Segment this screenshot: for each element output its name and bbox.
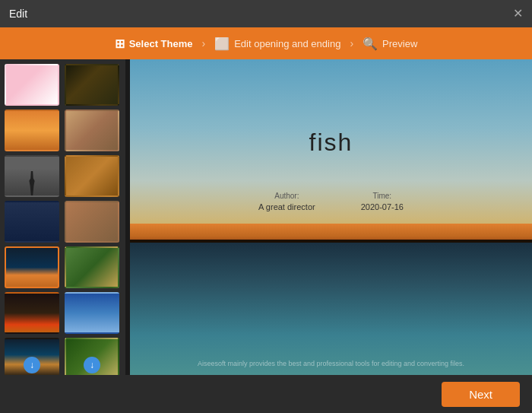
download-overlay-13: ↓ [6,339,58,375]
close-button[interactable]: ✕ [513,8,523,20]
thumbnail-item-10[interactable] [65,246,119,288]
preview-slide: fish Author: A great director Time: 2020… [130,59,532,375]
step-nav-bar: ⊞ Select Theme › ⬜ Edit opening and endi… [0,27,532,59]
thumbnail-item-5[interactable] [5,155,59,197]
thumbnail-item-12[interactable] [65,292,119,334]
step-select-theme-label: Select Theme [129,38,193,49]
step-arrow-1: › [202,37,206,49]
thumbnail-item-1[interactable] [5,64,59,106]
download-icon-14: ↓ [84,357,100,373]
step-preview[interactable]: 🔍 Preview [363,37,417,51]
preview-icon: 🔍 [363,37,378,51]
slide-footer: Aiseesoft mainly provides the best and p… [130,360,532,367]
time-label: Time: [361,192,404,200]
thumbnail-item-14[interactable]: ↓ [65,338,119,375]
title-bar: Edit ✕ [0,0,532,27]
time-block: Time: 2020-07-16 [361,192,404,211]
slide-title: fish [309,129,353,157]
bottom-bar: Next [0,375,532,413]
thumbnail-sidebar: ↓↓ [0,59,125,375]
thumbnail-item-4[interactable] [65,110,119,151]
preview-area: fish Author: A great director Time: 2020… [130,59,532,375]
author-label: Author: [258,192,315,200]
slide-water-bg [130,243,532,375]
step-edit-opening-label: Edit opening and ending [234,38,340,49]
step-edit-opening[interactable]: ⬜ Edit opening and ending [214,37,340,51]
author-block: Author: A great director [258,192,315,211]
thumbnail-item-11[interactable] [5,292,59,334]
download-icon-13: ↓ [24,357,40,373]
step-select-theme[interactable]: ⊞ Select Theme [115,37,193,51]
step-arrow-2: › [350,37,353,49]
time-value: 2020-07-16 [361,202,404,211]
thumbnail-item-2[interactable] [65,64,119,106]
window-title: Edit [9,8,27,20]
thumbnail-item-6[interactable] [65,155,119,197]
author-value: A great director [258,202,315,211]
slide-meta: Author: A great director Time: 2020-07-1… [258,192,404,211]
next-button[interactable]: Next [442,382,520,407]
download-overlay-14: ↓ [66,339,118,375]
thumbnail-item-3[interactable] [5,110,59,151]
thumbnail-item-7[interactable] [5,201,59,243]
theme-icon: ⊞ [115,37,125,51]
edit-icon: ⬜ [214,37,230,51]
main-content: ↓↓ fish Author: A great director Time: 2… [0,59,532,375]
thumbnail-item-9[interactable] [5,246,59,288]
thumbnail-item-13[interactable]: ↓ [5,338,59,375]
thumbnail-item-8[interactable] [65,201,119,243]
step-preview-label: Preview [382,38,417,49]
